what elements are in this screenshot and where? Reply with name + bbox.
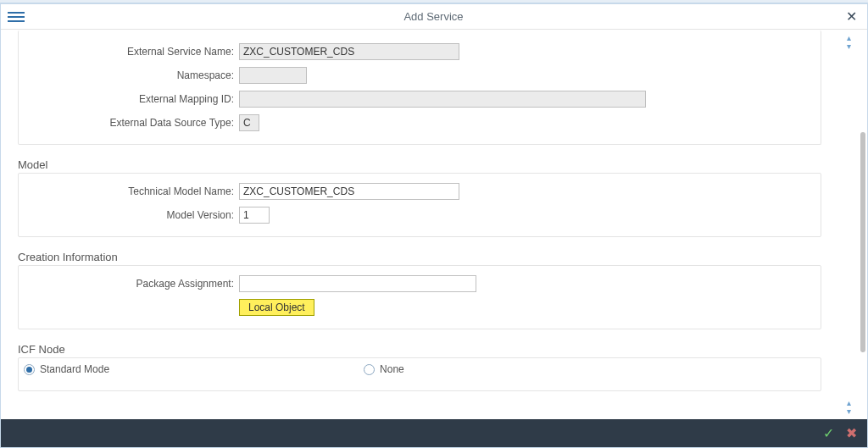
technical-model-name-input[interactable] bbox=[239, 183, 459, 200]
model-version-label: Model Version: bbox=[27, 209, 239, 221]
model-version-input[interactable] bbox=[239, 207, 270, 224]
icf-node-heading: ICF Node bbox=[18, 338, 821, 357]
namespace-label: Namespace: bbox=[27, 69, 239, 81]
vertical-scrollbar[interactable] bbox=[859, 30, 867, 419]
icf-radio-none[interactable]: None bbox=[364, 363, 404, 375]
local-object-button[interactable]: Local Object bbox=[239, 299, 314, 316]
cancel-icon[interactable]: ✖ bbox=[846, 425, 857, 441]
external-data-source-type-label: External Data Source Type: bbox=[27, 117, 239, 129]
external-mapping-id-label: External Mapping ID: bbox=[27, 93, 239, 105]
model-panel: Technical Model Name: Model Version: bbox=[18, 173, 821, 237]
model-heading: Model bbox=[18, 153, 821, 173]
service-info-panel: External Service Name: Namespace: Extern… bbox=[18, 30, 821, 145]
dialog-footer: ✓ ✖ bbox=[1, 419, 867, 447]
scrollbar-thumb[interactable] bbox=[860, 132, 865, 352]
technical-model-name-label: Technical Model Name: bbox=[27, 185, 239, 197]
menu-icon[interactable] bbox=[8, 8, 25, 25]
radio-icon bbox=[24, 364, 35, 375]
title-bar: Add Service ✕ bbox=[1, 4, 867, 30]
external-service-name-input[interactable] bbox=[239, 43, 459, 60]
scroll-spinner-right: ▴ ▾ ▴ ▾ bbox=[838, 30, 859, 419]
namespace-input[interactable] bbox=[239, 67, 307, 84]
radio-icon bbox=[364, 364, 375, 375]
chevron-down-icon[interactable]: ▾ bbox=[847, 407, 851, 416]
external-data-source-type-input[interactable] bbox=[239, 114, 259, 131]
chevron-down-icon[interactable]: ▾ bbox=[847, 42, 851, 51]
close-icon[interactable]: ✕ bbox=[843, 8, 860, 25]
package-assignment-label: Package Assignment: bbox=[27, 278, 239, 290]
icf-radio-standard-label: Standard Mode bbox=[40, 363, 109, 375]
dialog-content: External Service Name: Namespace: Extern… bbox=[1, 30, 838, 419]
dialog-window: Add Service ✕ External Service Name: Nam… bbox=[0, 3, 868, 448]
external-mapping-id-input[interactable] bbox=[239, 91, 646, 108]
confirm-icon[interactable]: ✓ bbox=[823, 425, 834, 441]
package-assignment-input[interactable] bbox=[239, 275, 476, 292]
icf-radio-standard[interactable]: Standard Mode bbox=[24, 363, 109, 375]
external-service-name-label: External Service Name: bbox=[27, 46, 239, 58]
creation-info-panel: Package Assignment: Local Object bbox=[18, 265, 821, 329]
icf-node-panel: Standard Mode None bbox=[18, 357, 821, 391]
dialog-title: Add Service bbox=[25, 10, 843, 23]
icf-radio-none-label: None bbox=[380, 363, 404, 375]
creation-info-heading: Creation Information bbox=[18, 246, 821, 265]
